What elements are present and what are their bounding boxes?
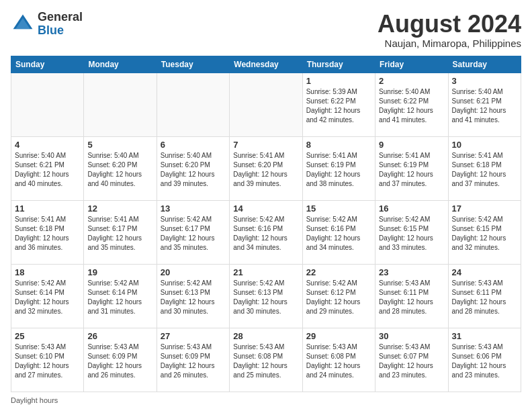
calendar-cell: 30Sunrise: 5:43 AM Sunset: 6:07 PM Dayli… <box>375 328 448 392</box>
subtitle: Naujan, Mimaropa, Philippines <box>378 38 521 49</box>
day-number: 4 <box>15 140 80 150</box>
calendar-cell: 12Sunrise: 5:41 AM Sunset: 6:17 PM Dayli… <box>84 200 157 264</box>
day-number: 7 <box>233 140 298 150</box>
calendar-cell: 6Sunrise: 5:40 AM Sunset: 6:20 PM Daylig… <box>157 136 229 200</box>
calendar-cell: 20Sunrise: 5:42 AM Sunset: 6:13 PM Dayli… <box>157 264 229 328</box>
calendar-cell <box>230 73 302 136</box>
calendar-week-row: 4Sunrise: 5:40 AM Sunset: 6:21 PM Daylig… <box>11 136 521 200</box>
header: General Blue August 2024 Naujan, Mimarop… <box>11 11 521 49</box>
day-info: Sunrise: 5:42 AM Sunset: 6:12 PM Dayligh… <box>306 279 371 316</box>
day-number: 29 <box>306 331 371 341</box>
day-info: Sunrise: 5:40 AM Sunset: 6:21 PM Dayligh… <box>15 151 80 189</box>
day-info: Sunrise: 5:41 AM Sunset: 6:19 PM Dayligh… <box>306 151 371 189</box>
day-info: Sunrise: 5:42 AM Sunset: 6:17 PM Dayligh… <box>161 215 226 253</box>
calendar-cell: 3Sunrise: 5:40 AM Sunset: 6:21 PM Daylig… <box>448 73 521 136</box>
calendar-cell: 8Sunrise: 5:41 AM Sunset: 6:19 PM Daylig… <box>302 136 375 200</box>
day-number: 28 <box>233 331 298 341</box>
calendar-cell: 29Sunrise: 5:43 AM Sunset: 6:08 PM Dayli… <box>302 328 375 392</box>
calendar-cell: 16Sunrise: 5:42 AM Sunset: 6:15 PM Dayli… <box>375 200 448 264</box>
calendar-header-wednesday: Wednesday <box>230 56 302 73</box>
day-info: Sunrise: 5:43 AM Sunset: 6:11 PM Dayligh… <box>452 279 517 316</box>
calendar-cell: 7Sunrise: 5:41 AM Sunset: 6:20 PM Daylig… <box>230 136 302 200</box>
day-info: Sunrise: 5:39 AM Sunset: 6:22 PM Dayligh… <box>306 87 371 125</box>
main-title: August 2024 <box>378 11 521 38</box>
day-info: Sunrise: 5:40 AM Sunset: 6:20 PM Dayligh… <box>87 151 152 189</box>
calendar-cell: 22Sunrise: 5:42 AM Sunset: 6:12 PM Dayli… <box>302 264 375 328</box>
day-info: Sunrise: 5:42 AM Sunset: 6:14 PM Dayligh… <box>87 279 152 316</box>
day-info: Sunrise: 5:43 AM Sunset: 6:08 PM Dayligh… <box>233 342 298 380</box>
day-info: Sunrise: 5:41 AM Sunset: 6:20 PM Dayligh… <box>233 151 298 189</box>
day-number: 23 <box>379 267 444 277</box>
calendar-cell: 24Sunrise: 5:43 AM Sunset: 6:11 PM Dayli… <box>448 264 521 328</box>
day-number: 30 <box>379 331 444 341</box>
calendar-cell: 31Sunrise: 5:43 AM Sunset: 6:06 PM Dayli… <box>448 328 521 392</box>
day-info: Sunrise: 5:43 AM Sunset: 6:09 PM Dayligh… <box>87 342 152 380</box>
calendar-cell: 21Sunrise: 5:42 AM Sunset: 6:13 PM Dayli… <box>230 264 302 328</box>
calendar-cell: 25Sunrise: 5:43 AM Sunset: 6:10 PM Dayli… <box>11 328 84 392</box>
calendar-header-saturday: Saturday <box>448 56 521 73</box>
calendar-header-tuesday: Tuesday <box>157 56 229 73</box>
day-number: 22 <box>306 267 371 277</box>
day-info: Sunrise: 5:43 AM Sunset: 6:08 PM Dayligh… <box>306 342 371 380</box>
day-number: 18 <box>15 267 80 277</box>
calendar-cell: 15Sunrise: 5:42 AM Sunset: 6:16 PM Dayli… <box>302 200 375 264</box>
day-number: 6 <box>161 140 226 150</box>
day-info: Sunrise: 5:42 AM Sunset: 6:15 PM Dayligh… <box>452 215 517 253</box>
day-number: 2 <box>379 76 444 86</box>
day-number: 15 <box>306 203 371 214</box>
day-number: 31 <box>452 331 517 341</box>
page: General Blue August 2024 Naujan, Mimarop… <box>0 0 532 411</box>
day-number: 11 <box>15 203 80 214</box>
day-number: 10 <box>452 140 517 150</box>
calendar-week-row: 25Sunrise: 5:43 AM Sunset: 6:10 PM Dayli… <box>11 328 521 392</box>
day-number: 21 <box>233 267 298 277</box>
calendar-cell: 9Sunrise: 5:41 AM Sunset: 6:19 PM Daylig… <box>375 136 448 200</box>
calendar-header-monday: Monday <box>84 56 157 73</box>
calendar-header-row: SundayMondayTuesdayWednesdayThursdayFrid… <box>11 56 521 73</box>
day-number: 13 <box>161 203 226 214</box>
day-number: 12 <box>87 203 152 214</box>
day-number: 27 <box>161 331 226 341</box>
day-info: Sunrise: 5:42 AM Sunset: 6:16 PM Dayligh… <box>233 215 298 253</box>
day-number: 25 <box>15 331 80 341</box>
day-info: Sunrise: 5:42 AM Sunset: 6:14 PM Dayligh… <box>15 279 80 316</box>
daylight-label: Daylight hours <box>11 396 58 404</box>
day-info: Sunrise: 5:40 AM Sunset: 6:20 PM Dayligh… <box>161 151 226 189</box>
calendar-cell <box>11 73 84 136</box>
calendar-cell: 18Sunrise: 5:42 AM Sunset: 6:14 PM Dayli… <box>11 264 84 328</box>
day-info: Sunrise: 5:41 AM Sunset: 6:19 PM Dayligh… <box>379 151 444 189</box>
day-info: Sunrise: 5:43 AM Sunset: 6:11 PM Dayligh… <box>379 279 444 316</box>
day-number: 20 <box>161 267 226 277</box>
calendar-header-friday: Friday <box>375 56 448 73</box>
calendar-cell: 14Sunrise: 5:42 AM Sunset: 6:16 PM Dayli… <box>230 200 302 264</box>
title-block: August 2024 Naujan, Mimaropa, Philippine… <box>378 11 521 49</box>
day-info: Sunrise: 5:43 AM Sunset: 6:09 PM Dayligh… <box>161 342 226 380</box>
day-info: Sunrise: 5:41 AM Sunset: 6:18 PM Dayligh… <box>452 151 517 189</box>
calendar-cell: 26Sunrise: 5:43 AM Sunset: 6:09 PM Dayli… <box>84 328 157 392</box>
calendar-cell: 28Sunrise: 5:43 AM Sunset: 6:08 PM Dayli… <box>230 328 302 392</box>
day-info: Sunrise: 5:43 AM Sunset: 6:07 PM Dayligh… <box>379 342 444 380</box>
day-info: Sunrise: 5:40 AM Sunset: 6:21 PM Dayligh… <box>452 87 517 125</box>
day-info: Sunrise: 5:42 AM Sunset: 6:15 PM Dayligh… <box>379 215 444 253</box>
calendar-cell <box>84 73 157 136</box>
calendar-week-row: 11Sunrise: 5:41 AM Sunset: 6:18 PM Dayli… <box>11 200 521 264</box>
logo-text: General Blue <box>38 11 83 38</box>
calendar-cell <box>157 73 229 136</box>
day-number: 9 <box>379 140 444 150</box>
calendar-header-thursday: Thursday <box>302 56 375 73</box>
day-number: 16 <box>379 203 444 214</box>
calendar-week-row: 18Sunrise: 5:42 AM Sunset: 6:14 PM Dayli… <box>11 264 521 328</box>
day-number: 26 <box>87 331 152 341</box>
day-number: 19 <box>87 267 152 277</box>
day-number: 14 <box>233 203 298 214</box>
footer-note: Daylight hours <box>11 396 521 404</box>
calendar-cell: 19Sunrise: 5:42 AM Sunset: 6:14 PM Dayli… <box>84 264 157 328</box>
calendar-cell: 23Sunrise: 5:43 AM Sunset: 6:11 PM Dayli… <box>375 264 448 328</box>
calendar-table: SundayMondayTuesdayWednesdayThursdayFrid… <box>11 56 521 392</box>
logo: General Blue <box>11 11 83 38</box>
calendar-cell: 2Sunrise: 5:40 AM Sunset: 6:22 PM Daylig… <box>375 73 448 136</box>
logo-blue: Blue <box>38 24 83 38</box>
logo-icon <box>11 12 35 36</box>
calendar-cell: 27Sunrise: 5:43 AM Sunset: 6:09 PM Dayli… <box>157 328 229 392</box>
day-info: Sunrise: 5:43 AM Sunset: 6:06 PM Dayligh… <box>452 342 517 380</box>
